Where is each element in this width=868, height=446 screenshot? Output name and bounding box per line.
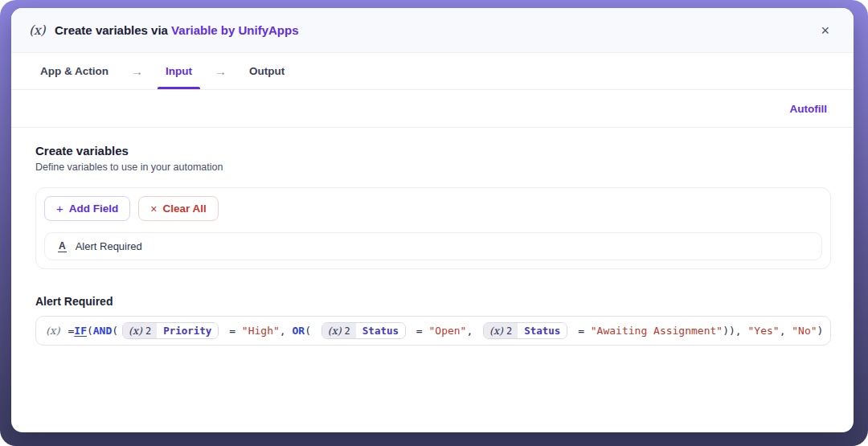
variables-panel: + Add Field × Clear All A Alert Required: [35, 187, 831, 269]
formula-token: ): [817, 325, 824, 337]
formula-token: =: [410, 325, 428, 337]
fx-icon: (x): [129, 325, 142, 337]
tab-app-and-action[interactable]: App & Action: [35, 53, 113, 89]
modal-title-prefix: Create variables via: [55, 23, 171, 37]
chip-step-number: 2: [506, 325, 512, 337]
arrow-right-icon: →: [131, 64, 143, 78]
variable-fx-icon: (x): [29, 23, 45, 38]
chip-field-name: Status: [518, 323, 567, 338]
desktop-backdrop: (x) Create variables via Variable by Uni…: [0, 0, 868, 446]
clear-all-button[interactable]: × Clear All: [138, 196, 218, 221]
formula-token: ,: [466, 325, 479, 337]
variable-chip-priority[interactable]: (x)2Priority: [122, 322, 219, 339]
formula-token: =: [223, 325, 241, 337]
autofill-button[interactable]: Autofill: [790, 103, 828, 115]
formula-token: AND: [93, 325, 112, 337]
plus-icon: +: [56, 202, 63, 215]
chip-field-name: Status: [356, 323, 405, 338]
formula-expression: =IF(AND((x)2Priority = "High", OR( (x)2S…: [68, 322, 823, 339]
step-tabbar: App & Action → Input → Output: [11, 53, 854, 90]
chip-field-name: Priority: [157, 323, 218, 338]
variable-list-item[interactable]: A Alert Required: [44, 232, 822, 260]
clear-all-label: Clear All: [162, 203, 206, 215]
add-field-button[interactable]: + Add Field: [44, 196, 130, 221]
formula-token: "Open": [428, 325, 466, 337]
create-variables-modal: (x) Create variables via Variable by Uni…: [11, 8, 854, 432]
autofill-row: Autofill: [11, 90, 854, 128]
chip-variable-ref: (x)2: [322, 323, 356, 338]
variable-name-label: Alert Required: [76, 240, 142, 252]
modal-header: (x) Create variables via Variable by Uni…: [11, 8, 854, 53]
variable-chip-status[interactable]: (x)2Status: [483, 322, 567, 339]
section-subtitle: Define variables to use in your automati…: [35, 162, 831, 173]
formula-token: =: [68, 325, 74, 337]
section-title: Create variables: [35, 144, 831, 158]
formula-token: "High": [242, 325, 280, 337]
formula-token: =: [571, 325, 590, 337]
formula-token: (: [112, 325, 118, 337]
modal-title-app-link[interactable]: Variable by UnifyApps: [171, 23, 298, 37]
fx-icon: (x): [328, 325, 342, 337]
formula-token: "Awaiting Assignment": [591, 325, 723, 337]
formula-token: (: [305, 325, 317, 337]
arrow-right-icon: →: [215, 64, 227, 78]
fx-icon: (x): [46, 325, 59, 337]
formula-token: ,: [780, 325, 792, 337]
modal-title: Create variables via Variable by UnifyAp…: [55, 23, 298, 37]
modal-content: Create variables Define variables to use…: [11, 128, 854, 346]
chip-step-number: 2: [145, 325, 151, 337]
tab-input[interactable]: Input: [161, 53, 197, 89]
chip-step-number: 2: [345, 325, 350, 337]
formula-token: (: [87, 325, 93, 337]
formula-token: OR: [292, 325, 305, 337]
formula-token: )),: [723, 325, 747, 337]
text-type-icon: A: [58, 240, 67, 252]
formula-token: ,: [280, 325, 293, 337]
fx-icon: (x): [489, 325, 503, 337]
chip-variable-ref: (x)2: [123, 323, 157, 338]
panel-button-row: + Add Field × Clear All: [44, 196, 822, 221]
tab-output[interactable]: Output: [244, 53, 289, 89]
add-field-label: Add Field: [69, 203, 119, 215]
chip-variable-ref: (x)2: [484, 323, 518, 338]
variable-chip-status[interactable]: (x)2Status: [321, 322, 406, 339]
formula-token: "Yes": [747, 325, 779, 337]
formula-input[interactable]: (x) =IF(AND((x)2Priority = "High", OR( (…: [35, 316, 831, 346]
formula-token: IF: [74, 325, 87, 337]
close-icon[interactable]: ×: [817, 20, 833, 41]
formula-token: "No": [792, 325, 817, 337]
x-icon: ×: [150, 203, 157, 215]
formula-field-label: Alert Required: [35, 295, 831, 308]
